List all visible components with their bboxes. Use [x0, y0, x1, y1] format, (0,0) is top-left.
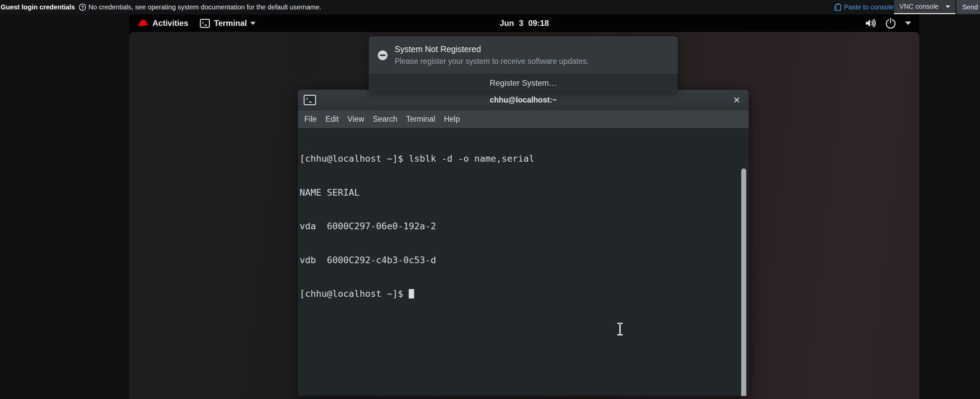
notification-body-area[interactable]: System Not Registered Please register yo… — [369, 36, 678, 74]
gnome-top-bar: Activities Terminal Jun 3 09:18 — [129, 14, 919, 32]
clipboard-icon — [835, 4, 841, 11]
volume-icon[interactable] — [865, 18, 876, 29]
console-type-value: VNC console — [899, 3, 939, 10]
redhat-fedora-icon — [138, 19, 148, 27]
question-circle-icon[interactable]: ? — [79, 4, 86, 11]
power-icon[interactable] — [885, 18, 896, 29]
terminal-output[interactable]: [chhu@localhost ~]$ lsblk -d -o name,ser… — [298, 128, 749, 396]
close-icon[interactable]: ✕ — [733, 90, 741, 110]
terminal-cursor — [409, 289, 414, 298]
app-menu-terminal[interactable]: Terminal — [200, 14, 256, 32]
window-title: chhu@localhost:~ — [298, 96, 749, 105]
activities-label: Activities — [153, 19, 188, 28]
terminal-prompt: [chhu@localhost ~]$ — [299, 289, 409, 299]
notification-title: System Not Registered — [395, 45, 589, 54]
chevron-down-icon — [945, 5, 950, 8]
do-not-disturb-minus-icon — [378, 50, 388, 60]
vnc-header-bar: Guest login credentials ? No credentials… — [0, 0, 980, 14]
notification-banner: System Not Registered Please register yo… — [369, 36, 678, 92]
menu-file[interactable]: File — [300, 110, 321, 128]
scrollbar-thumb[interactable] — [741, 168, 746, 396]
notification-message: Please register your system to receive s… — [395, 57, 589, 66]
app-menu-label: Terminal — [214, 19, 247, 28]
terminal-line: vdb 6000C292-c4b3-0c53-d — [299, 254, 749, 266]
console-type-select[interactable]: VNC console — [894, 0, 956, 14]
menu-edit[interactable]: Edit — [321, 110, 343, 128]
system-status-area — [856, 14, 911, 32]
register-system-button[interactable]: Register System… — [369, 74, 678, 92]
menu-search[interactable]: Search — [368, 110, 402, 128]
paste-to-console-button[interactable]: Paste to console — [835, 0, 894, 14]
terminal-line: [chhu@localhost ~]$ lsblk -d -o name,ser… — [299, 153, 749, 164]
terminal-icon — [200, 19, 210, 28]
menu-view[interactable]: View — [343, 110, 368, 128]
guest-credentials-label: Guest login credentials — [1, 3, 75, 11]
send-key-button[interactable]: Send key — [956, 0, 980, 14]
terminal-line: vda 6000C297-06e0-192a-2 — [299, 220, 749, 232]
terminal-titlebar[interactable]: chhu@localhost:~ ✕ — [298, 90, 749, 110]
chevron-down-icon[interactable] — [905, 22, 911, 25]
terminal-icon — [304, 95, 316, 105]
terminal-window: chhu@localhost:~ ✕ File Edit View Search… — [298, 89, 749, 396]
activities-button[interactable]: Activities — [138, 14, 188, 32]
terminal-line: NAME SERIAL — [299, 187, 749, 198]
clock-label[interactable]: Jun 3 09:18 — [500, 19, 549, 28]
terminal-menubar: File Edit View Search Terminal Help — [298, 110, 749, 128]
send-key-label: Send key — [962, 3, 980, 11]
credentials-help-text: No credentials, see operating system doc… — [88, 3, 321, 11]
chevron-down-icon — [250, 22, 256, 25]
vnc-page: Guest login credentials ? No credentials… — [0, 0, 980, 399]
paste-to-console-label: Paste to console — [844, 3, 894, 11]
menu-help[interactable]: Help — [440, 110, 464, 128]
menu-terminal[interactable]: Terminal — [402, 110, 440, 128]
terminal-prompt-line: [chhu@localhost ~]$ — [299, 288, 749, 300]
